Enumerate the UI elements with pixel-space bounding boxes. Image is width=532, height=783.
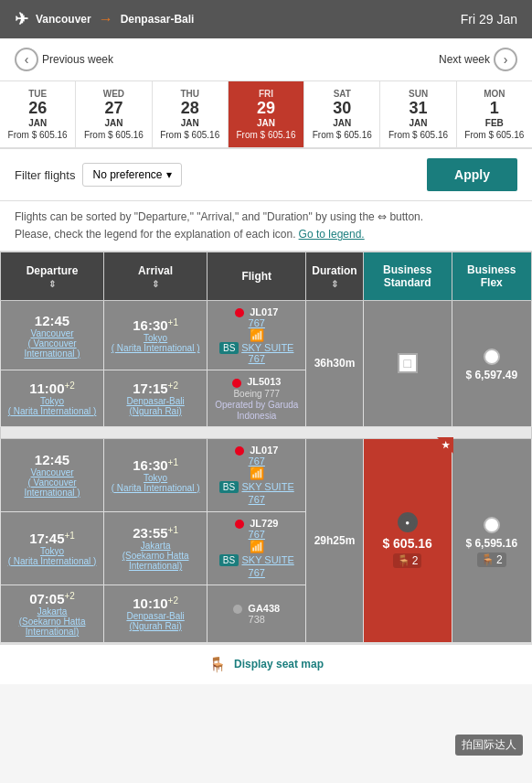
itin2-leg2-aircraft[interactable]: 767 bbox=[249, 529, 265, 540]
next-week-button[interactable]: Next week › bbox=[439, 48, 517, 71]
origin-label: Vancouver bbox=[36, 13, 91, 26]
itin1-leg1-arrive-loc[interactable]: Tokyo bbox=[110, 333, 201, 343]
filter-label: Filter flights bbox=[15, 168, 75, 182]
date-tab-5[interactable]: SUN 31 JAN From $ 605.16 bbox=[380, 81, 456, 147]
itin2-bf-seat-badge: 🪑 2 bbox=[477, 552, 506, 567]
itin2-leg3-arrive-loc[interactable]: Denpasar-Bali bbox=[110, 611, 201, 621]
itin2-leg2-departure: 17:45+1 Tokyo ( Narita International ) bbox=[1, 511, 104, 585]
itin1-leg1-depart-loc[interactable]: Vancouver bbox=[6, 328, 98, 338]
itin1-leg2-flight: JL5013 Boeing 777 Operated by Garuda Ind… bbox=[207, 370, 306, 426]
seat-map-label: Display seat map bbox=[234, 658, 324, 670]
itin2-leg3-flight: GA438 738 bbox=[207, 585, 306, 642]
itin1-leg2-arrive-time: 17:15 bbox=[133, 381, 167, 396]
info-text: Flights can be sorted by "Departure," "A… bbox=[0, 201, 532, 252]
itin2-leg2-depart-link[interactable]: ( Narita International ) bbox=[6, 556, 98, 566]
itin1-bf-radio[interactable] bbox=[484, 349, 500, 365]
itin2-bf-cell[interactable]: $ 6,595.16 🪑 2 bbox=[452, 438, 531, 642]
itin2-leg1-row: 12:45 Vancouver ( Vancouver Internationa… bbox=[1, 438, 532, 511]
itin2-bs-seat-count: 2 bbox=[412, 554, 419, 567]
itin2-leg2-flightnum: JL729 bbox=[250, 518, 278, 529]
itin2-leg2-arrive-link[interactable]: (Soekarno Hatta International) bbox=[110, 551, 201, 571]
itin1-leg1-arrive-link[interactable]: ( Narita International ) bbox=[110, 343, 201, 353]
date-tab-6[interactable]: MON 1 FEB From $ 605.16 bbox=[457, 81, 532, 147]
itin2-leg1-arrive-link[interactable]: ( Narita International ) bbox=[110, 483, 201, 493]
flights-table: Departure ⇕ Arrival ⇕ Flight Duration ⇕ … bbox=[0, 252, 532, 642]
itin2-leg1-arrive-loc[interactable]: Tokyo bbox=[110, 473, 201, 483]
sort-departure-icon[interactable]: ⇕ bbox=[6, 279, 98, 289]
itin1-leg1-sky-suite[interactable]: SKY SUITE 767 bbox=[241, 342, 293, 364]
itin1-leg2-depart-time: 11:00 bbox=[29, 381, 64, 396]
itin2-leg3-depart-link[interactable]: (Soekarno Hatta International) bbox=[6, 617, 98, 637]
itin2-leg3-arrival: 10:10+2 Denpasar-Bali (Ngurah Rai) bbox=[104, 585, 207, 642]
itin1-leg2-depart-link[interactable]: ( Narita International ) bbox=[6, 406, 98, 416]
itin1-bs-checkbox[interactable]: □ bbox=[398, 353, 418, 373]
week-navigation: ‹ Previous week Next week › bbox=[0, 38, 532, 81]
filter-bar: Filter flights No preference ▾ Apply bbox=[0, 149, 532, 201]
col-header-departure[interactable]: Departure ⇕ bbox=[1, 252, 104, 301]
itin1-leg1-row: 12:45 Vancouver ( Vancouver Internationa… bbox=[1, 301, 532, 370]
itin2-bf-price: $ 6,595.16 bbox=[465, 537, 517, 550]
itin1-duration-text: 36h30m bbox=[314, 357, 356, 370]
itin2-leg3-flightnum: GA438 bbox=[248, 603, 280, 614]
itin1-leg1-suite-label: BS SKY SUITE 767 bbox=[219, 343, 293, 364]
prev-week-button[interactable]: ‹ Previous week bbox=[15, 48, 113, 71]
itin2-leg2-depart-loc[interactable]: Tokyo bbox=[6, 546, 98, 556]
destination-label: Denpasar-Bali bbox=[121, 13, 195, 26]
itin1-leg1-depart-link[interactable]: ( Vancouver International ) bbox=[6, 338, 98, 359]
itin2-bf-radio[interactable] bbox=[484, 517, 500, 533]
itin1-leg2-flightnum: JL5013 bbox=[247, 376, 281, 387]
filter-dropdown[interactable]: No preference ▾ bbox=[82, 163, 181, 187]
selected-date: Fri 29 Jan bbox=[461, 12, 517, 27]
itin1-bf-cell[interactable]: $ 6,597.49 bbox=[452, 301, 531, 426]
itin2-leg1-arrive-time: 16:30 bbox=[133, 457, 167, 473]
bs-badge-2: BS bbox=[219, 481, 239, 493]
apply-button[interactable]: Apply bbox=[427, 158, 517, 191]
itin2-leg1-depart-loc[interactable]: Vancouver bbox=[6, 467, 98, 477]
itin1-leg1-departure: 12:45 Vancouver ( Vancouver Internationa… bbox=[1, 301, 104, 370]
date-tab-0[interactable]: TUE 26 JAN From $ 605.16 bbox=[0, 81, 76, 147]
date-tab-2[interactable]: THU 28 JAN From $ 605.16 bbox=[153, 81, 229, 147]
jal-icon bbox=[235, 308, 244, 317]
itin1-leg1-aircraft[interactable]: 767 bbox=[249, 317, 265, 328]
date-tab-1[interactable]: WED 27 JAN From $ 605.16 bbox=[76, 81, 152, 147]
itin2-leg3-arrive-link[interactable]: (Ngurah Rai) bbox=[110, 621, 201, 631]
itin2-leg3-depart-loc[interactable]: Jakarta bbox=[6, 606, 98, 617]
itin2-leg2-arrive-loc[interactable]: Jakarta bbox=[110, 541, 201, 551]
itin1-duration: 36h30m bbox=[306, 301, 363, 426]
itin1-leg2-arrival: 17:15+2 Denpasar-Bali (Ngurah Rai) bbox=[104, 370, 207, 426]
wifi-icon-3: 📶 bbox=[250, 540, 264, 553]
date-tabs-container: TUE 26 JAN From $ 605.16 WED 27 JAN From… bbox=[0, 81, 532, 149]
itin2-bs-selected-cell[interactable]: ★ ● $ 605.16 🪑 2 bbox=[363, 438, 452, 642]
seat-map-footer[interactable]: 🪑 Display seat map bbox=[0, 643, 532, 684]
itin2-leg1-flightnum: JL017 bbox=[250, 445, 278, 456]
itin2-bs-selected-radio[interactable]: ● bbox=[398, 512, 418, 532]
itin2-leg2-arrive-time: 23:55 bbox=[133, 525, 167, 541]
itin1-bs-cell[interactable]: □ bbox=[363, 301, 452, 426]
col-header-business-std[interactable]: Business Standard bbox=[363, 252, 452, 301]
date-tab-3[interactable]: FRI 29 JAN From $ 605.16 bbox=[229, 81, 304, 147]
col-header-duration[interactable]: Duration ⇕ bbox=[306, 252, 363, 301]
itin2-leg1-flight: JL017 767 📶 BS SKY SUITE 767 bbox=[207, 438, 306, 511]
itin1-leg1-arrive-time: 16:30 bbox=[133, 317, 167, 333]
selected-indicator: ● bbox=[405, 519, 410, 527]
legend-link[interactable]: Go to legend. bbox=[299, 228, 365, 241]
itin2-leg1-suite: BS SKY SUITE 767 bbox=[219, 480, 294, 506]
plane-icon: ✈ bbox=[15, 9, 28, 29]
itin2-leg2-sky-suite[interactable]: SKY SUITE 767 bbox=[241, 554, 293, 578]
itin1-leg2-depart-loc[interactable]: Tokyo bbox=[6, 396, 98, 406]
sort-duration-icon[interactable]: ⇕ bbox=[312, 279, 356, 289]
col-header-arrival[interactable]: Arrival ⇕ bbox=[104, 252, 207, 301]
bs-badge-3: BS bbox=[219, 554, 239, 566]
itin2-leg1-sky-suite[interactable]: SKY SUITE 767 bbox=[241, 481, 293, 505]
sort-arrival-icon[interactable]: ⇕ bbox=[110, 279, 201, 289]
date-tab-4[interactable]: SAT 30 JAN From $ 605.16 bbox=[304, 81, 380, 147]
itin2-leg1-depart-link[interactable]: ( Vancouver International ) bbox=[6, 477, 98, 498]
arrow-icon: → bbox=[99, 11, 113, 27]
itin2-leg1-aircraft[interactable]: 767 bbox=[249, 456, 265, 467]
itin1-leg2-arrive-link[interactable]: (Ngurah Rai) bbox=[110, 406, 201, 416]
itin1-leg2-arrive-loc[interactable]: Denpasar-Bali bbox=[110, 396, 201, 406]
square-icon: □ bbox=[403, 356, 410, 370]
itin1-leg2-operated: Operated by Garuda Indonesia bbox=[215, 400, 298, 421]
itin1-leg2-departure: 11:00+2 Tokyo ( Narita International ) bbox=[1, 370, 104, 426]
itin2-leg2-depart-time: 17:45 bbox=[29, 531, 64, 546]
